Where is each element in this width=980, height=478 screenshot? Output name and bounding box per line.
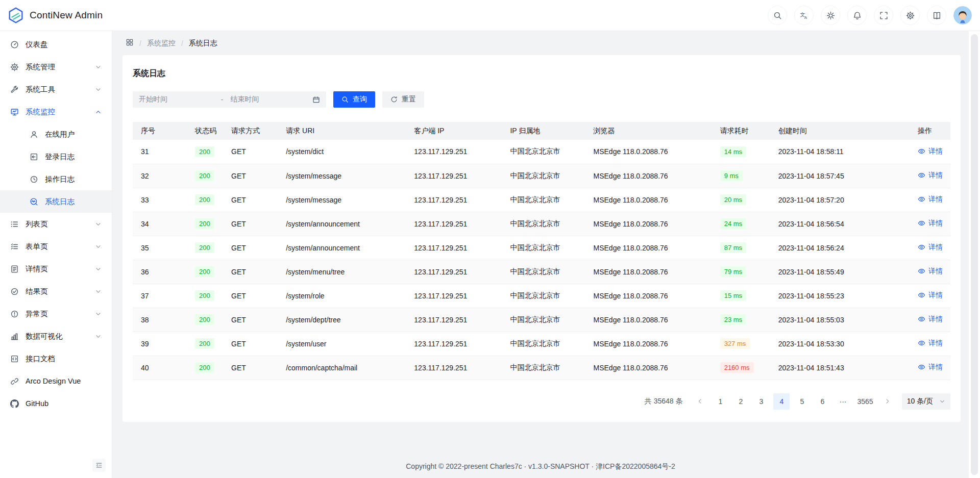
theme-light-button[interactable] bbox=[821, 6, 840, 25]
chevron-down-icon bbox=[95, 311, 102, 317]
cell-index: 39 bbox=[133, 332, 187, 356]
cell-method: GET bbox=[223, 140, 278, 164]
detail-button[interactable]: 详情 bbox=[918, 171, 943, 180]
wrench-icon bbox=[10, 85, 19, 94]
cell-elapsed: 24 ms bbox=[712, 212, 770, 236]
column-header-6: IP 归属地 bbox=[502, 122, 585, 140]
sidebar-item-12[interactable]: Arco Design Vue bbox=[0, 370, 112, 392]
date-range-input[interactable]: 开始时间 - 结束时间 bbox=[133, 91, 326, 108]
page-size-select[interactable]: 10 条/页 bbox=[902, 393, 950, 410]
cell-index: 33 bbox=[133, 188, 187, 212]
github-icon bbox=[10, 399, 19, 408]
column-header-7: 浏览器 bbox=[585, 122, 712, 140]
breadcrumb-home[interactable] bbox=[126, 38, 134, 48]
status-badge: 200 bbox=[195, 170, 214, 181]
chart-icon bbox=[10, 332, 19, 341]
brand-link[interactable]: ContiNew Admin bbox=[7, 7, 103, 24]
exception-icon bbox=[10, 310, 19, 318]
pagination-page-6[interactable]: 6 bbox=[814, 393, 830, 410]
cell-client-ip: 123.117.129.251 bbox=[406, 308, 502, 332]
eye-icon bbox=[918, 291, 925, 299]
cell-uri: /system/message bbox=[278, 188, 406, 212]
sidebar-subitem-label: 系统日志 bbox=[45, 197, 75, 207]
scrollbar-thumb[interactable] bbox=[971, 34, 978, 475]
sidebar-item-1[interactable]: 仪表盘 bbox=[0, 33, 112, 56]
detail-button[interactable]: 详情 bbox=[918, 243, 943, 252]
settings-button[interactable] bbox=[900, 6, 920, 25]
sidebar-subitem-2[interactable]: 登录日志 bbox=[0, 145, 112, 168]
cell-browser: MSEdge 118.0.2088.76 bbox=[585, 212, 712, 236]
detail-button[interactable]: 详情 bbox=[918, 339, 943, 348]
search-button[interactable]: 查询 bbox=[333, 91, 375, 108]
docs-button[interactable] bbox=[927, 6, 946, 25]
cell-uri: /system/message bbox=[278, 164, 406, 188]
detail-button[interactable]: 详情 bbox=[918, 363, 943, 372]
detail-button[interactable]: 详情 bbox=[918, 195, 943, 204]
pagination-next-button[interactable] bbox=[879, 393, 896, 410]
sidebar-item-7[interactable]: 详情页 bbox=[0, 258, 112, 280]
eye-icon bbox=[918, 195, 925, 203]
sidebar-item-3[interactable]: 系统工具 bbox=[0, 78, 112, 100]
detail-button[interactable]: 详情 bbox=[918, 219, 943, 228]
pagination-page-3[interactable]: 3 bbox=[753, 393, 769, 410]
chevron-down-icon bbox=[95, 221, 102, 228]
detail-button[interactable]: 详情 bbox=[918, 147, 943, 156]
pagination-page-1[interactable]: 1 bbox=[712, 393, 728, 410]
detail-button[interactable]: 详情 bbox=[918, 267, 943, 276]
sidebar-item-9[interactable]: 异常页 bbox=[0, 303, 112, 325]
cell-status: 200 bbox=[187, 356, 223, 380]
sidebar: 仪表盘系统管理系统工具系统监控在线用户登录日志操作日志系统日志列表页表单页详情页… bbox=[0, 31, 112, 478]
column-header-1: 序号 bbox=[133, 122, 187, 140]
sidebar-subitem-label: 登录日志 bbox=[45, 152, 75, 162]
pagination-page-3565[interactable]: 3565 bbox=[855, 393, 875, 410]
column-header-3: 请求方式 bbox=[223, 122, 278, 140]
search-icon bbox=[341, 96, 349, 103]
pagination-page-2[interactable]: 2 bbox=[732, 393, 749, 410]
search-button[interactable] bbox=[768, 6, 787, 25]
cell-created-at: 2023-11-04 18:53:30 bbox=[770, 332, 910, 356]
translate-button[interactable]: 文A bbox=[794, 6, 814, 25]
notifications-button[interactable] bbox=[847, 6, 867, 25]
sidebar-item-11[interactable]: 接口文档 bbox=[0, 347, 112, 370]
chevron-down-icon bbox=[95, 64, 102, 70]
pagination-ellipsis[interactable]: ··· bbox=[835, 393, 851, 410]
table-row: 33200GET/system/message123.117.129.251中国… bbox=[133, 188, 950, 212]
cell-action: 详情 bbox=[910, 164, 950, 188]
user-avatar[interactable] bbox=[953, 6, 972, 24]
sidebar-item-5[interactable]: 列表页 bbox=[0, 213, 112, 235]
main-content: /系统监控/系统日志 系统日志 开始时间 - 结束时间 查询 bbox=[112, 31, 969, 478]
sidebar-item-8[interactable]: 结果页 bbox=[0, 280, 112, 303]
cell-method: GET bbox=[223, 308, 278, 332]
cell-browser: MSEdge 118.0.2088.76 bbox=[585, 188, 712, 212]
sidebar-item-2[interactable]: 系统管理 bbox=[0, 56, 112, 78]
sidebar-collapse-button[interactable] bbox=[92, 459, 106, 472]
cell-ip-region: 中国北京北京市 bbox=[502, 188, 585, 212]
sidebar-item-4[interactable]: 系统监控 bbox=[0, 100, 112, 123]
link-icon bbox=[10, 377, 19, 386]
eye-icon bbox=[918, 219, 925, 227]
cell-client-ip: 123.117.129.251 bbox=[406, 188, 502, 212]
sidebar-subitem-3[interactable]: 操作日志 bbox=[0, 168, 112, 190]
sidebar-subitem-1[interactable]: 在线用户 bbox=[0, 123, 112, 145]
sidebar-item-10[interactable]: 数据可视化 bbox=[0, 325, 112, 347]
pagination-page-5[interactable]: 5 bbox=[794, 393, 810, 410]
detail-button[interactable]: 详情 bbox=[918, 315, 943, 324]
detail-button[interactable]: 详情 bbox=[918, 291, 943, 300]
reset-button[interactable]: 重置 bbox=[382, 91, 424, 108]
translate-icon: 文A bbox=[800, 11, 808, 20]
cell-created-at: 2023-11-04 18:57:20 bbox=[770, 188, 910, 212]
status-badge: 200 bbox=[195, 314, 214, 325]
cell-index: 35 bbox=[133, 236, 187, 260]
pagination-page-4[interactable]: 4 bbox=[773, 393, 790, 410]
vertical-scrollbar bbox=[969, 31, 980, 478]
cell-elapsed: 79 ms bbox=[712, 260, 770, 284]
pagination-prev-button[interactable] bbox=[692, 393, 708, 410]
cell-client-ip: 123.117.129.251 bbox=[406, 332, 502, 356]
cell-status: 200 bbox=[187, 140, 223, 164]
sidebar-item-13[interactable]: GitHub bbox=[0, 392, 112, 415]
fullscreen-button[interactable] bbox=[874, 6, 893, 25]
brand-logo-icon bbox=[7, 7, 24, 24]
breadcrumb-item[interactable]: 系统监控 bbox=[147, 39, 176, 48]
sidebar-subitem-4[interactable]: 系统日志 bbox=[0, 190, 112, 213]
sidebar-item-6[interactable]: 表单页 bbox=[0, 235, 112, 258]
